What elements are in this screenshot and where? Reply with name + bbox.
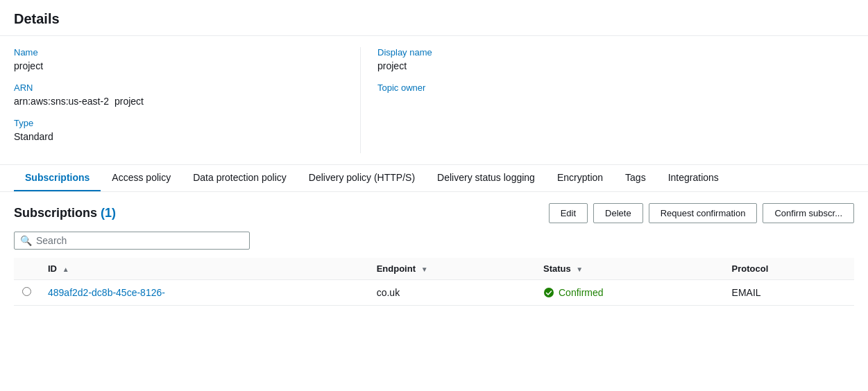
search-input[interactable] [36,235,244,246]
column-header-status: Status ▼ [535,258,724,280]
checkbox-header [14,258,40,280]
subscriptions-table: ID ▲ Endpoint ▼ Status ▼ Protocol 489af2… [14,258,854,306]
tab-integrations[interactable]: Integrations [657,165,730,191]
row-status: Confirmed [535,280,724,306]
topic-owner-field: Topic owner [377,82,854,93]
type-field: Type Standard [14,118,343,142]
search-box: 🔍 [14,232,250,250]
confirmed-icon [543,287,554,298]
sort-icon-id[interactable]: ▲ [62,266,69,273]
details-right: Display name project Topic owner [361,47,854,153]
table-header-row: ID ▲ Endpoint ▼ Status ▼ Protocol [14,258,854,280]
status-text: Confirmed [559,287,604,298]
filter-icon-endpoint[interactable]: ▼ [421,266,428,273]
page-title: Details [14,11,854,27]
search-container: 🔍 [14,232,854,250]
details-left: Name project ARN arn:aws:sns:us-east-2 p… [14,47,361,153]
subscription-id-link[interactable]: 489af2d2-dc8b-45ce-8126- [48,287,165,298]
type-label: Type [14,118,343,128]
row-endpoint: co.uk [368,280,535,306]
row-protocol: EMAIL [724,280,854,306]
request-confirmation-button[interactable]: Request confirmation [649,203,758,223]
arn-value: arn:aws:sns:us-east-2 project [14,96,343,107]
page-header: Details [0,0,868,36]
name-field: Name project [14,47,343,71]
column-header-id: ID ▲ [40,258,368,280]
name-label: Name [14,47,343,58]
filter-icon-status[interactable]: ▼ [576,266,583,273]
display-name-label: Display name [377,47,854,58]
row-radio[interactable] [22,287,31,296]
arn-prefix: arn:aws:sns:us-east-2 [14,96,109,107]
svg-point-0 [544,288,554,297]
row-checkbox[interactable] [14,280,40,306]
tab-encryption[interactable]: Encryption [546,165,614,191]
row-id: 489af2d2-dc8b-45ce-8126- [40,280,368,306]
tab-tags[interactable]: Tags [614,165,657,191]
tab-data-protection[interactable]: Data protection policy [182,165,298,191]
tab-delivery-policy[interactable]: Delivery policy (HTTP/S) [298,165,426,191]
tab-access-policy[interactable]: Access policy [101,165,182,191]
subscriptions-section: Subscriptions (1) Edit Delete Request co… [0,192,868,317]
details-section: Name project ARN arn:aws:sns:us-east-2 p… [0,36,868,165]
subscriptions-header: Subscriptions (1) Edit Delete Request co… [14,203,854,223]
display-name-value: project [377,60,854,71]
type-value: Standard [14,131,343,142]
topic-owner-label: Topic owner [377,82,854,93]
subscriptions-title: Subscriptions (1) [14,206,116,220]
subscriptions-title-group: Subscriptions (1) [14,206,116,220]
arn-suffix: project [114,96,144,107]
subscriptions-count: (1) [101,206,116,220]
status-badge: Confirmed [543,287,715,298]
tabs-container: SubscriptionsAccess policyData protectio… [0,165,868,192]
tab-delivery-status[interactable]: Delivery status logging [426,165,546,191]
display-name-field: Display name project [377,47,854,71]
table-row: 489af2d2-dc8b-45ce-8126-co.ukConfirmedEM… [14,280,854,306]
action-buttons: Edit Delete Request confirmation Confirm… [549,203,854,223]
delete-button[interactable]: Delete [593,203,643,223]
arn-label: ARN [14,82,343,93]
search-icon: 🔍 [20,235,32,246]
column-header-endpoint: Endpoint ▼ [368,258,535,280]
name-value: project [14,60,343,71]
edit-button[interactable]: Edit [549,203,588,223]
tab-subscriptions[interactable]: Subscriptions [14,165,101,191]
column-header-protocol: Protocol [724,258,854,280]
confirm-subscription-button[interactable]: Confirm subscr... [763,203,854,223]
arn-field: ARN arn:aws:sns:us-east-2 project [14,82,343,107]
